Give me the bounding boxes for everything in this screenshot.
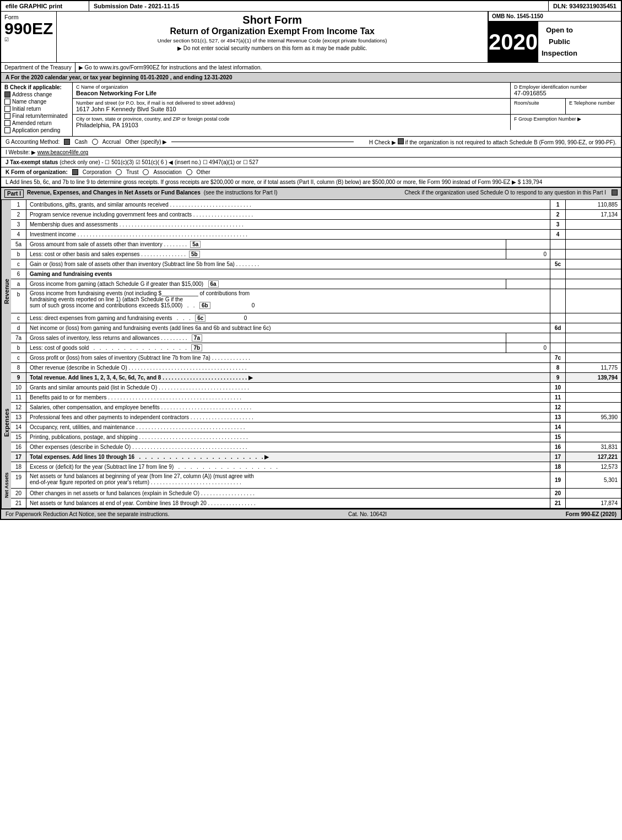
website-value[interactable]: www.beacon4life.org [37, 149, 88, 155]
table-row: 13 Professional fees and other payments … [11, 413, 621, 422]
net-assets-side-label: Net Assets [1, 462, 11, 508]
application-pending-check[interactable]: Application pending [4, 127, 69, 133]
table-row: c Less: direct expenses from gaming and … [11, 313, 621, 323]
application-pending-checkbox[interactable] [4, 127, 10, 133]
form-990ez-label: 990EZ [4, 20, 53, 37]
form-short-form-title: Short Form [58, 14, 486, 26]
address-change-checkbox[interactable] [4, 91, 10, 97]
form-ref: Form 990-EZ (2020) [566, 511, 616, 517]
table-row: 20 Other changes in net assets or fund b… [11, 489, 621, 498]
table-row: 19 Net assets or fund balances at beginn… [11, 472, 621, 489]
table-row: c Gross profit or (loss) from sales of i… [11, 353, 621, 363]
table-row: b Less: cost or other basis and sales ex… [11, 250, 621, 259]
table-row: a Gross income from gaming (attach Sched… [11, 279, 621, 289]
table-row: 1 Contributions, gifts, grants, and simi… [11, 200, 621, 210]
name-change-check[interactable]: Name change [4, 99, 69, 105]
form-number-section: Form 990EZ ☑ [1, 12, 57, 62]
table-row: 3 Membership dues and assessments . . . … [11, 220, 621, 230]
other-org-radio[interactable] [186, 169, 192, 175]
amended-return-checkbox[interactable] [4, 120, 10, 126]
table-row: 15 Printing, publications, postage, and … [11, 432, 621, 442]
initial-return-checkbox[interactable] [4, 106, 10, 112]
table-row: 11 Benefits paid to or for members . . .… [11, 393, 621, 403]
table-row: 6 Gaming and fundraising events [11, 269, 621, 279]
table-row: 12 Salaries, other compensation, and emp… [11, 403, 621, 413]
room-section: Room/suite [511, 99, 566, 114]
final-return-checkbox[interactable] [4, 113, 10, 119]
accrual-radio[interactable] [92, 139, 98, 145]
dln-cell: DLN: 93492319035451 [549, 1, 621, 11]
open-to-public: Open to Public Inspection [538, 21, 581, 62]
part1-header: Part I Revenue, Expenses, and Changes in… [1, 188, 621, 200]
cat-no: Cat. No. 10642I [348, 511, 387, 517]
assoc-radio[interactable] [143, 169, 149, 175]
form-org-row: K Form of organization: Corporation Trus… [1, 167, 621, 177]
final-return-check[interactable]: Final return/terminated [4, 113, 69, 119]
table-row: b Less: cost of goods sold . . . . . . .… [11, 343, 621, 353]
table-row: 7a Gross sales of inventory, less return… [11, 333, 621, 343]
table-row: d Net income or (loss) from gaming and f… [11, 323, 621, 333]
footer-bar: For Paperwork Reduction Act Notice, see … [1, 508, 621, 519]
paperwork-notice: For Paperwork Reduction Act Notice, see … [6, 511, 169, 517]
trust-radio[interactable] [116, 169, 122, 175]
gross-receipts-row: L Add lines 5b, 6c, and 7b to line 9 to … [1, 177, 621, 188]
table-row: 2 Program service revenue including gove… [11, 210, 621, 220]
form-under-section: Under section 501(c), 527, or 4947(a)(1)… [58, 37, 486, 44]
instructions-link[interactable]: ▶ Go to www.irs.gov/Form990EZ for instru… [75, 63, 621, 72]
phone-section: E Telephone number [566, 99, 621, 114]
schedule-o-checkbox[interactable] [612, 189, 618, 196]
corp-checkbox[interactable] [72, 169, 78, 175]
table-row: 16 Other expenses (describe in Schedule … [11, 442, 621, 452]
accounting-row: G Accounting Method: Cash Accrual Other … [1, 137, 621, 148]
table-row: 14 Occupancy, rent, utilities, and maint… [11, 422, 621, 432]
address-section: Number and street (or P.O. box, if mail … [73, 99, 511, 114]
dept-treasury: Department of the Treasury [1, 63, 75, 72]
city-section: City or town, state or province, country… [73, 115, 511, 130]
revenue-side-label: Revenue [1, 200, 11, 383]
tax-year-row: A For the 2020 calendar year, or tax yea… [1, 73, 621, 83]
table-row: c Gain or (loss) from sale of assets oth… [11, 259, 621, 269]
h-check-checkbox[interactable] [398, 138, 404, 144]
table-row: 18 Excess or (deficit) for the year (Sub… [11, 462, 621, 472]
year-box: 2020 [489, 21, 538, 62]
form-subtitle: Return of Organization Exempt From Incom… [58, 26, 486, 36]
table-row: 9 Total revenue. Add lines 1, 2, 3, 4, 5… [11, 373, 621, 383]
expenses-side-label: Expenses [1, 383, 11, 462]
cash-checkbox[interactable] [64, 139, 70, 145]
omb-number: OMB No. 1545-1150 [489, 12, 621, 21]
amended-return-check[interactable]: Amended return [4, 120, 69, 126]
tax-status-row: J Tax-exempt status (check only one) - ☐… [1, 158, 621, 167]
name-change-checkbox[interactable] [4, 99, 10, 105]
form-ssn-notice: ▶ Do not enter social security numbers o… [58, 45, 486, 51]
table-row: 10 Grants and similar amounts paid (list… [11, 383, 621, 393]
check-applicable-col: B Check if applicable: Address change Na… [1, 83, 73, 136]
table-row: b Gross income from fundraising events (… [11, 289, 621, 313]
initial-return-check[interactable]: Initial return [4, 106, 69, 112]
table-row: 4 Investment income . . . . . . . . . . … [11, 230, 621, 240]
address-change-check[interactable]: Address change [4, 91, 69, 97]
table-row: 21 Net assets or fund balances at end of… [11, 498, 621, 508]
group-section: F Group Exemption Number ▶ [511, 115, 621, 130]
ein-section: D Employer identification number 47-0916… [511, 83, 621, 98]
org-name-section: C Name of organization Beacon Networking… [73, 83, 511, 98]
submission-cell: Submission Date - 2021-11-15 [89, 1, 549, 11]
website-row: I Website: ▶ www.beacon4life.org [1, 148, 621, 158]
table-row: 17 Total expenses. Add lines 10 through … [11, 452, 621, 462]
efile-cell: efile GRAPHIC print [1, 1, 89, 11]
table-row: 8 Other revenue (describe in Schedule O)… [11, 363, 621, 373]
table-row: 5a Gross amount from sale of assets othe… [11, 240, 621, 250]
